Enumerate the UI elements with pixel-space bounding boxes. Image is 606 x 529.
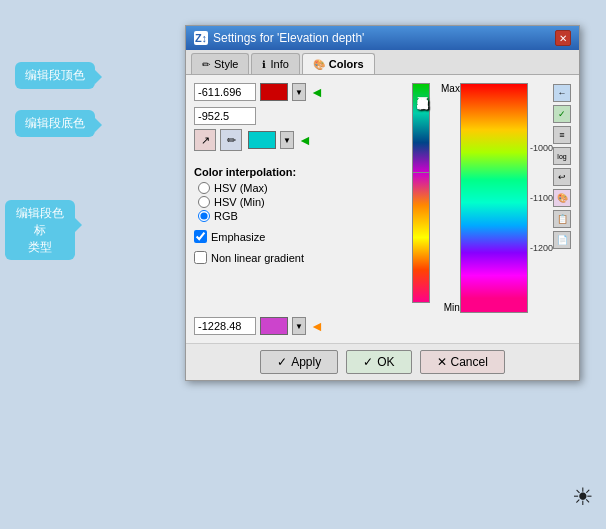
right-btn-back[interactable]: ← bbox=[553, 84, 571, 102]
max-min-labels: Max Min bbox=[441, 83, 460, 313]
right-btn-layers[interactable]: ≡ bbox=[553, 126, 571, 144]
right-btn-palette[interactable]: 🎨 bbox=[553, 189, 571, 207]
top-arrow: ◄ bbox=[310, 84, 324, 100]
gradient-ticks: -1000 -1100 -1200 bbox=[528, 83, 553, 313]
dialog-footer: ✓ Apply ✓ OK ✕ Cancel bbox=[186, 343, 579, 380]
top-color-dropdown[interactable]: ▼ bbox=[292, 83, 306, 101]
right-btn-copy[interactable]: 📋 bbox=[553, 210, 571, 228]
radio-rgb[interactable]: RGB bbox=[198, 210, 403, 222]
right-btn-check[interactable]: ✓ bbox=[553, 105, 571, 123]
titlebar-left: Z↕ Settings for 'Elevation depth' bbox=[194, 31, 364, 45]
bottom-arrow: ◄ bbox=[310, 318, 324, 334]
apply-button[interactable]: ✓ Apply bbox=[260, 350, 338, 374]
apply-icon: ✓ bbox=[277, 355, 287, 369]
cancel-icon: ✕ bbox=[437, 355, 447, 369]
radio-group: HSV (Max) HSV (Min) RGB bbox=[198, 182, 403, 222]
radio-hsv-max[interactable]: HSV (Max) bbox=[198, 182, 403, 194]
tab-colors[interactable]: 🎨 Colors bbox=[302, 53, 375, 74]
dialog-titlebar: Z↕ Settings for 'Elevation depth' ✕ bbox=[186, 26, 579, 50]
cancel-button[interactable]: ✕ Cancel bbox=[420, 350, 505, 374]
dialog-title: Settings for 'Elevation depth' bbox=[213, 31, 364, 45]
mid-color-swatch[interactable] bbox=[248, 131, 276, 149]
gradient-bar-container: 表示此段正在编辑 bbox=[408, 83, 436, 313]
color-interp-section: Color interpolation: HSV (Max) HSV (Min) bbox=[194, 162, 403, 222]
tab-style[interactable]: ✏ Style bbox=[191, 53, 249, 74]
mid-color-dropdown[interactable]: ▼ bbox=[280, 131, 294, 149]
gradient-map-container: Max Min -1000 -1100 bbox=[441, 83, 571, 313]
ok-icon: ✓ bbox=[363, 355, 373, 369]
gradient-map-area: Max Min -1000 -1100 bbox=[441, 83, 571, 313]
gradient-right-buttons: ← ✓ ≡ log ↩ 🎨 📋 📄 bbox=[553, 83, 571, 313]
non-linear-checkbox[interactable] bbox=[194, 251, 207, 264]
bottom-value-input[interactable] bbox=[194, 317, 256, 335]
tooltip-color-type: 编辑段色标 类型 bbox=[5, 200, 75, 260]
right-btn-file[interactable]: 📄 bbox=[553, 231, 571, 249]
style-icon: ✏ bbox=[202, 59, 210, 70]
dialog-body: ▼ ◄ ↗ ✏ ▼ ◄ Color interpolation: bbox=[186, 75, 579, 343]
top-segment-row: ▼ ◄ bbox=[194, 83, 403, 101]
title-icon: Z↕ bbox=[194, 31, 208, 45]
color-panel: ▼ ◄ ↗ ✏ ▼ ◄ Color interpolation: bbox=[194, 83, 571, 313]
mid-arrow: ◄ bbox=[298, 132, 312, 148]
settings-dialog: Z↕ Settings for 'Elevation depth' ✕ ✏ St… bbox=[185, 25, 580, 381]
tabs-bar: ✏ Style ℹ Info 🎨 Colors bbox=[186, 50, 579, 75]
right-btn-undo[interactable]: ↩ bbox=[553, 168, 571, 186]
non-linear-checkbox-row[interactable]: Non linear gradient bbox=[194, 251, 403, 264]
bottom-segment-row: ▼ ◄ bbox=[194, 317, 571, 335]
close-button[interactable]: ✕ bbox=[555, 30, 571, 46]
right-btn-log[interactable]: log bbox=[553, 147, 571, 165]
ok-button[interactable]: ✓ OK bbox=[346, 350, 411, 374]
color-interp-label: Color interpolation: bbox=[194, 166, 403, 178]
colors-icon: 🎨 bbox=[313, 59, 325, 70]
top-color-swatch[interactable] bbox=[260, 83, 288, 101]
gradient-bar-top[interactable]: 表示此段正在编辑 bbox=[412, 83, 430, 173]
top-value-input[interactable] bbox=[194, 83, 256, 101]
tooltip-bottom-color: 编辑段底色 bbox=[15, 110, 95, 137]
radio-hsv-min[interactable]: HSV (Min) bbox=[198, 196, 403, 208]
tab-info[interactable]: ℹ Info bbox=[251, 53, 299, 74]
edit-top-btn[interactable]: ↗ bbox=[194, 129, 216, 151]
info-icon: ℹ bbox=[262, 59, 266, 70]
edit-bottom-btn[interactable]: ✏ bbox=[220, 129, 242, 151]
left-controls: ▼ ◄ ↗ ✏ ▼ ◄ Color interpolation: bbox=[194, 83, 403, 313]
mid-btns-row: ↗ ✏ ▼ ◄ bbox=[194, 129, 403, 151]
emphasize-checkbox[interactable] bbox=[194, 230, 207, 243]
sun-decoration: ☀ bbox=[572, 483, 594, 511]
gradient-map-wrapper: Max Min -1000 -1100 bbox=[441, 83, 571, 313]
bottom-color-dropdown[interactable]: ▼ bbox=[292, 317, 306, 335]
mid-segment-row bbox=[194, 107, 403, 125]
gradient-bar-bottom[interactable] bbox=[412, 173, 430, 303]
mid-value-input[interactable] bbox=[194, 107, 256, 125]
bottom-color-swatch[interactable] bbox=[260, 317, 288, 335]
color-gradient-map[interactable] bbox=[460, 83, 528, 313]
tooltip-top-color: 编辑段顶色 bbox=[15, 62, 95, 89]
emphasize-checkbox-row[interactable]: Emphasize bbox=[194, 230, 403, 243]
